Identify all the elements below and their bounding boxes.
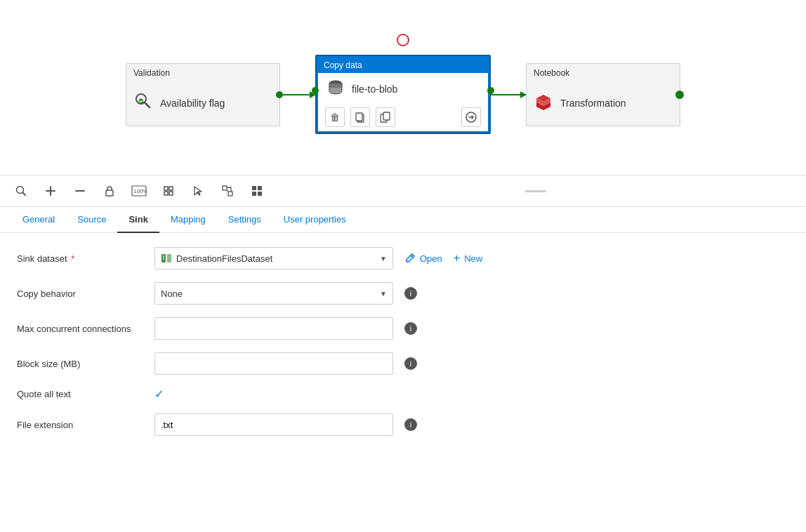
copy-data-node-inner: Copy data file-to-blob 🗑 [315,55,491,134]
copy-data-connector-right [487,87,494,94]
notebook-connector-right [675,91,684,99]
pipeline-canvas: Validation Availability flag [0,0,806,175]
max-concurrent-input-container [154,317,393,340]
arrow-2-head [520,91,527,98]
notebook-node-label: Transformation [560,98,626,109]
svg-rect-33 [167,254,171,262]
copy-data-connector-left [312,87,319,94]
property-tabs: General Source Sink Mapping Settings Use… [0,207,806,233]
svg-rect-26 [228,192,232,196]
resize-toolbar-button[interactable] [218,181,237,201]
quote-all-text-checkbox-area: ✓ [154,387,164,401]
copy-behavior-label: Copy behavior [17,288,143,299]
sink-dataset-row: Sink dataset * DestinationFilesDataset ▼ [17,247,789,270]
copy-behavior-dropdown-icon: ▼ [380,290,387,298]
svg-line-27 [227,190,228,192]
svg-rect-17 [106,190,113,196]
copy-data-header: Copy data [317,56,489,73]
panel-resize-handle[interactable] [525,190,546,192]
search-icon [133,91,153,115]
tab-user-properties[interactable]: User properties [272,207,357,233]
sink-dataset-value-container: DestinationFilesDataset [161,253,272,264]
notebook-icon [534,92,553,114]
plus-icon: + [454,252,460,265]
file-extension-input[interactable] [161,420,387,430]
svg-line-1 [145,102,150,107]
file-extension-info-icon[interactable]: i [404,418,417,431]
duplicate-action-button[interactable] [376,107,395,127]
arrow-2 [491,94,526,95]
quote-all-text-label: Quote all text [17,389,143,399]
select-toolbar-button[interactable] [188,181,208,201]
svg-text:100%: 100% [133,188,147,194]
properties-panel: General Source Sink Mapping Settings Use… [0,207,806,450]
tab-sink[interactable]: Sink [117,207,159,233]
svg-rect-21 [169,187,173,190]
block-size-info-icon[interactable]: i [404,357,417,370]
validation-node-body: Availability flag [126,81,279,126]
open-dataset-button[interactable]: Open [404,253,442,264]
quote-all-text-row: Quote all text ✓ [17,387,789,401]
tab-source[interactable]: Source [66,207,117,233]
max-concurrent-label: Max concurrent connections [17,324,143,334]
svg-rect-7 [383,112,390,120]
validation-node[interactable]: Validation Availability flag [126,63,280,126]
svg-rect-25 [223,186,227,190]
tab-settings[interactable]: Settings [217,207,272,233]
max-concurrent-input[interactable] [161,324,387,334]
remove-toolbar-button[interactable] [70,181,90,201]
edit-icon [404,253,416,264]
zoom100-toolbar-button[interactable]: 100% [129,181,149,201]
svg-rect-30 [252,192,256,196]
sink-form: Sink dataset * DestinationFilesDataset ▼ [0,233,806,450]
fit-page-toolbar-button[interactable] [159,181,178,201]
sink-dataset-dropdown[interactable]: DestinationFilesDataset ▼ [154,247,393,270]
copy-behavior-info-icon[interactable]: i [404,287,417,300]
delete-action-button[interactable]: 🗑 [325,107,345,127]
svg-rect-31 [258,192,262,196]
file-extension-label: File extension [17,420,143,430]
copy-data-body: file-to-blob [318,73,488,105]
block-size-input[interactable] [161,359,387,369]
sink-dataset-dropdown-icon: ▼ [380,255,387,262]
svg-marker-24 [194,187,202,195]
max-concurrent-info-icon[interactable]: i [404,322,417,335]
validation-node-label: Availability flag [160,98,225,109]
tab-mapping[interactable]: Mapping [159,207,217,233]
arrow-2-line [491,94,526,95]
tab-general[interactable]: General [11,207,66,233]
new-dataset-button[interactable]: + New [454,252,482,265]
copy-data-actions: 🗑 [318,105,488,131]
copy-action-button[interactable] [350,107,370,127]
copy-data-label: file-to-blob [352,84,397,95]
canvas-toolbar: 100% [0,175,806,207]
arrow-1-line [280,94,315,95]
required-star: * [69,253,75,264]
file-extension-input-container [154,413,393,436]
svg-rect-20 [164,187,168,190]
quote-all-text-checkmark[interactable]: ✓ [154,387,164,401]
search-toolbar-button[interactable] [11,181,31,201]
notebook-node[interactable]: Notebook Transformation [526,63,680,126]
validation-node-header: Validation [126,64,279,81]
block-size-label: Block size (MB) [17,359,143,369]
arrow-1 [280,94,315,95]
svg-rect-29 [258,186,262,190]
max-concurrent-row: Max concurrent connections i [17,317,789,340]
pipeline-nodes: Validation Availability flag [126,55,680,134]
jump-action-button[interactable] [461,107,481,127]
copy-data-node[interactable]: Copy data file-to-blob 🗑 [315,55,491,134]
notebook-node-body: Transformation [527,81,680,126]
lock-toolbar-button[interactable] [100,181,119,201]
file-extension-row: File extension i [17,413,789,436]
copy-behavior-dropdown[interactable]: None ▼ [154,282,393,305]
notebook-node-header: Notebook [527,64,680,81]
copy-behavior-value: None [161,288,183,299]
grid-toolbar-button[interactable] [247,181,267,201]
copy-behavior-row: Copy behavior None ▼ i [17,282,789,305]
sink-dataset-value: DestinationFilesDataset [176,253,272,264]
validation-connector-right [276,91,283,98]
sink-dataset-label: Sink dataset * [17,253,143,264]
add-toolbar-button[interactable] [41,181,60,201]
database-icon [326,79,345,99]
